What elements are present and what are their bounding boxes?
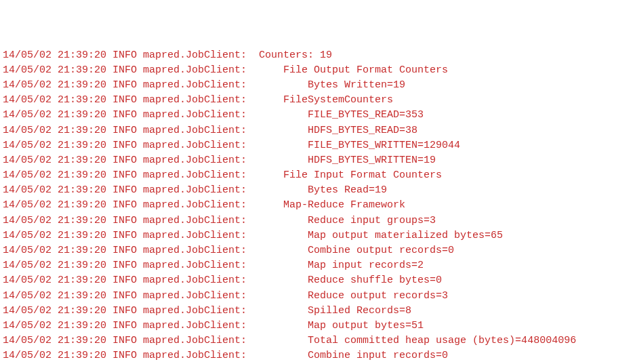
log-output: 14/05/02 21:39:20 INFO mapred.JobClient:… (3, 48, 630, 364)
